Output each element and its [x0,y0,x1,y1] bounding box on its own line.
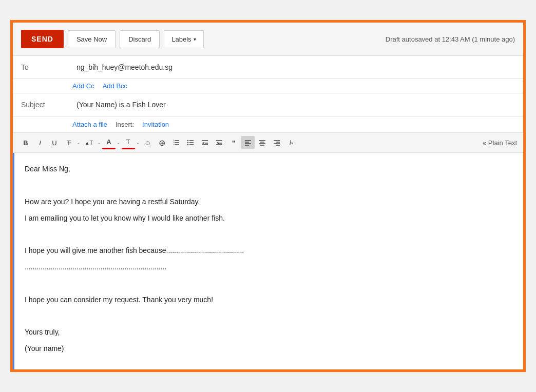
attach-row: Attach a file Insert: Invitation [13,116,523,133]
svg-text:3: 3 [173,143,175,146]
subject-input[interactable] [72,93,515,116]
font-size-button[interactable]: ▲T [82,136,97,149]
bold-button[interactable]: B [19,136,32,149]
emoji-button[interactable]: ☺ [141,136,154,149]
body-line9: I hope you can consider my request. Than… [25,294,513,306]
insert-invitation-button[interactable]: Invitation [142,121,169,128]
chevron-down-icon: ▾ [194,36,196,42]
body-line11: Yours truly, [25,326,513,339]
to-row: To [13,56,523,79]
cc-bcc-row: Add Cc Add Bcc [13,79,523,93]
compose-toolbar: SEND Save Now Discard Labels ▾ Draft aut… [13,23,523,56]
fmt-separator2: - [97,140,101,146]
numbered-list-button[interactable]: 123 [169,136,183,149]
strikethrough-button[interactable]: T [62,136,75,149]
fmt-separator4: - [136,140,140,146]
labels-button[interactable]: Labels ▾ [164,30,203,48]
body-line6: I hope you will give me another fish bec… [25,245,513,257]
to-input[interactable] [72,56,515,79]
subject-row: Subject [13,93,523,116]
remove-formatting-button[interactable]: Ix [284,136,298,149]
email-compose-window: SEND Save Now Discard Labels ▾ Draft aut… [10,20,526,372]
italic-button[interactable]: I [33,136,47,149]
font-color-button[interactable]: A [102,136,116,149]
body-line3: How are you? I hope you are having a res… [25,196,513,208]
bullet-list-button[interactable] [184,136,197,149]
subject-label: Subject [21,93,72,116]
body-line5 [25,228,513,241]
body-line2 [25,180,513,192]
text-color-button[interactable]: T [122,136,135,149]
discard-button[interactable]: Discard [120,30,160,48]
blockquote-button[interactable]: " [227,136,240,149]
email-body[interactable]: Dear Miss Ng, How are you? I hope you ar… [13,153,523,369]
svg-point-8 [187,142,188,143]
link-button[interactable]: ⊕ [155,136,168,149]
add-bcc-button[interactable]: Add Bcc [103,82,127,90]
save-now-button[interactable]: Save Now [68,30,116,48]
body-line4: I am emailing you to let you know why I … [25,212,513,225]
compose-form: To Add Cc Add Bcc Subject Attach a file … [13,56,523,369]
plain-text-button[interactable]: « Plain Text [483,139,517,147]
body-line8 [25,278,513,290]
indent-more-button[interactable] [213,136,226,149]
align-right-button[interactable] [270,136,283,149]
align-left-button[interactable] [241,136,255,149]
body-line12: (Your name) [25,343,513,355]
formatting-toolbar: B I U T - ▲T - A - T - ☺ ⊕ 123 [13,133,523,153]
body-line1: Dear Miss Ng, [25,163,513,175]
send-button[interactable]: SEND [21,30,64,48]
insert-label: Insert: [116,121,134,128]
attach-file-button[interactable]: Attach a file [72,121,107,128]
svg-point-10 [187,144,188,145]
add-cc-button[interactable]: Add Cc [72,82,94,90]
indent-less-button[interactable] [198,136,212,149]
fmt-separator1: - [76,140,81,146]
fmt-separator3: - [117,140,121,146]
draft-status: Draft autosaved at 12:43 AM (1 minute ag… [386,35,515,43]
body-line10 [25,310,513,322]
align-center-button[interactable] [256,136,269,149]
to-label: To [21,56,72,79]
svg-point-6 [187,140,188,141]
body-line7: ........................................… [25,261,513,273]
underline-button[interactable]: U [48,136,61,149]
